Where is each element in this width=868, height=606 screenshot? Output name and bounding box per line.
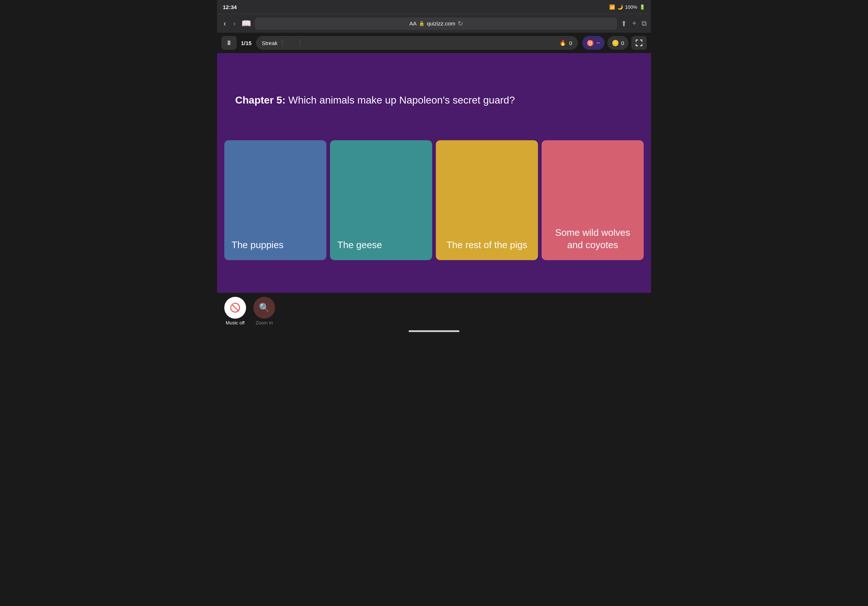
fire-icon: 🔥 (560, 40, 566, 46)
question-text: Chapter 5: Which animals make up Napoleo… (235, 93, 515, 107)
signal-icon: 🌙 (617, 5, 623, 10)
question-counter: 1/15 (241, 40, 251, 46)
right-controls: ♉ − 🪙 0 (582, 36, 646, 50)
bookmark-button[interactable]: 📖 (241, 19, 251, 28)
browser-actions: ⬆ + ⧉ (621, 19, 646, 28)
coins-count: 0 (621, 40, 624, 46)
power-button[interactable]: ♉ − (582, 36, 604, 50)
status-bar: 12:34 📶 🌙 100% 🔋 (217, 0, 651, 14)
question-bold-part: Chapter 5: (235, 94, 285, 106)
address-bar[interactable]: AA 🔒 quizizz.com ↻ (255, 17, 617, 30)
music-icon: 🚫 (230, 303, 240, 313)
reload-button[interactable]: ↻ (457, 20, 463, 28)
browser-nav: ‹ › (222, 19, 238, 28)
answer-text-d: Some wild wolves and coyotes (549, 227, 637, 251)
quiz-topbar: ⏸ 1/15 Streak 🔥 0 ♉ − 🪙 0 (217, 33, 651, 53)
fullscreen-icon (636, 40, 642, 46)
zoom-icon: 🔍 (259, 303, 270, 313)
answer-card-b[interactable]: The geese (330, 140, 432, 260)
answer-card-a[interactable]: The puppies (224, 140, 326, 260)
zoom-icon-circle: 🔍 (253, 297, 275, 318)
answer-card-d[interactable]: Some wild wolves and coyotes (542, 140, 644, 260)
bottom-bar: 🚫 Music off 🔍 Zoom In (217, 293, 651, 326)
coins-button[interactable]: 🪙 0 (608, 36, 628, 50)
pause-icon: ⏸ (226, 39, 232, 47)
question-area: Chapter 5: Which animals make up Napoleo… (224, 68, 644, 140)
coins-icon: 🪙 (612, 40, 619, 46)
streak-label: Streak (262, 40, 277, 46)
pause-button[interactable]: ⏸ (222, 36, 237, 50)
url-text: quizizz.com (427, 20, 455, 26)
power-icon: ♉ (587, 40, 594, 46)
add-tab-button[interactable]: + (632, 19, 637, 28)
power-minus: − (596, 39, 600, 47)
status-icons: 📶 🌙 100% 🔋 (609, 5, 645, 10)
zoom-button[interactable]: 🔍 Zoom In (253, 297, 275, 326)
home-indicator (409, 330, 459, 332)
battery-label: 100% (625, 5, 637, 10)
question-rest: Which animals make up Napoleon's secret … (285, 94, 515, 106)
share-button[interactable]: ⬆ (621, 19, 627, 28)
bottom-spacer (217, 326, 651, 334)
text-size-label: AA (409, 20, 417, 26)
streak-divider (282, 39, 282, 46)
streak-bar: Streak 🔥 0 (256, 36, 578, 50)
music-icon-circle: 🚫 (224, 297, 246, 318)
fullscreen-button[interactable] (631, 36, 646, 50)
tabs-button[interactable]: ⧉ (642, 19, 646, 28)
lock-icon: 🔒 (419, 21, 425, 26)
battery-icon: 🔋 (639, 5, 645, 10)
music-label: Music off (226, 320, 245, 326)
answers-grid: The puppies The geese The rest of the pi… (224, 140, 644, 260)
status-time: 12:34 (223, 4, 237, 10)
answer-text-c: The rest of the pigs (443, 239, 531, 251)
music-button[interactable]: 🚫 Music off (224, 297, 246, 326)
fire-count: 0 (569, 40, 572, 46)
wifi-icon: 📶 (609, 5, 615, 10)
forward-button[interactable]: › (231, 19, 238, 28)
zoom-label: Zoom In (256, 320, 273, 326)
quiz-content: Chapter 5: Which animals make up Napoleo… (217, 53, 651, 293)
streak-divider-2 (300, 39, 300, 46)
answer-text-b: The geese (337, 239, 382, 251)
answer-text-a: The puppies (231, 239, 284, 251)
back-button[interactable]: ‹ (222, 19, 228, 28)
answer-card-c[interactable]: The rest of the pigs (436, 140, 538, 260)
browser-bar: ‹ › 📖 AA 🔒 quizizz.com ↻ ⬆ + ⧉ (217, 14, 651, 33)
